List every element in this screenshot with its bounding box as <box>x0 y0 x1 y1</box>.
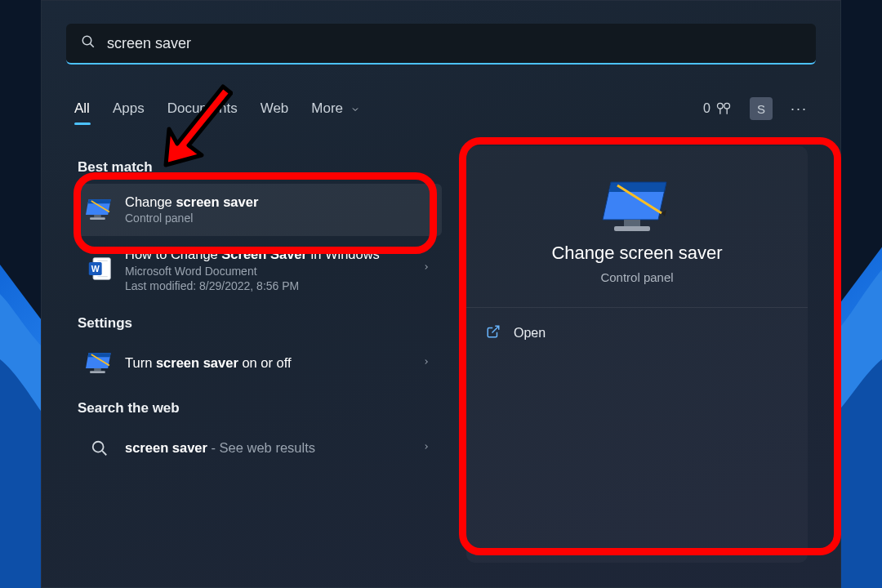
svg-rect-14 <box>90 371 105 373</box>
user-avatar[interactable]: S <box>750 97 773 120</box>
open-external-icon <box>486 324 501 342</box>
word-document-icon: W <box>86 255 114 283</box>
svg-rect-18 <box>624 220 640 226</box>
chevron-right-icon <box>422 356 430 371</box>
result-title: screen saver - See web results <box>125 439 411 457</box>
tab-more[interactable]: More <box>311 100 359 117</box>
tab-all[interactable]: All <box>74 100 90 117</box>
open-label: Open <box>514 326 546 341</box>
monitor-icon <box>601 177 673 236</box>
tab-apps[interactable]: Apps <box>113 100 145 117</box>
result-title: Turn screen saver on or off <box>125 354 411 372</box>
svg-point-16 <box>93 441 104 452</box>
preview-pane: Change screen saver Control panel Open <box>466 146 808 563</box>
preview-title: Change screen saver <box>551 243 722 264</box>
svg-text:W: W <box>91 264 100 274</box>
monitor-icon <box>86 350 114 377</box>
svg-point-0 <box>82 36 91 45</box>
result-web-search[interactable]: screen saver - See web results <box>74 425 442 472</box>
search-icon <box>86 434 114 462</box>
result-subtitle: Microsoft Word Document <box>125 264 411 279</box>
rewards-count: 0 <box>703 101 710 116</box>
search-tabs: All Apps Documents Web More 0 S ··· <box>74 92 808 125</box>
search-icon <box>81 34 96 52</box>
result-word-document[interactable]: W How to Change Screen Saver in Windows … <box>74 236 442 301</box>
search-bar[interactable] <box>66 24 816 65</box>
rewards-icon <box>715 100 732 117</box>
svg-rect-4 <box>94 215 101 217</box>
svg-rect-13 <box>94 368 101 371</box>
result-change-screen-saver[interactable]: Change screen saver Control panel <box>74 184 442 236</box>
svg-rect-19 <box>614 226 650 231</box>
result-turn-screen-saver[interactable]: Turn screen saver on or off <box>74 340 442 387</box>
section-best-match: Best match <box>78 159 442 176</box>
section-settings: Settings <box>78 315 442 332</box>
tab-more-label: More <box>311 100 343 116</box>
more-options-button[interactable]: ··· <box>791 100 808 118</box>
chevron-right-icon <box>422 261 430 276</box>
result-subtitle2: Last modified: 8/29/2022, 8:56 PM <box>125 279 411 292</box>
svg-point-3 <box>724 103 730 109</box>
rewards-counter[interactable]: 0 <box>703 100 732 117</box>
search-panel: All Apps Documents Web More 0 S ··· Best… <box>41 0 841 588</box>
open-action[interactable]: Open <box>466 308 808 359</box>
result-title: How to Change Screen Saver in Windows <box>125 246 411 263</box>
search-input[interactable] <box>107 35 801 52</box>
svg-point-2 <box>717 103 723 109</box>
svg-line-1 <box>91 44 94 47</box>
section-search-web: Search the web <box>78 400 442 416</box>
svg-line-21 <box>492 326 499 332</box>
tab-documents[interactable]: Documents <box>167 100 238 117</box>
preview-subtitle: Control panel <box>600 270 673 284</box>
monitor-icon <box>86 196 114 224</box>
result-subtitle: Control panel <box>125 211 430 226</box>
chevron-right-icon <box>422 441 430 456</box>
svg-line-17 <box>102 451 106 455</box>
results-column: Best match Change screen saver Control p… <box>74 146 442 472</box>
tab-web[interactable]: Web <box>261 100 289 117</box>
result-title: Change screen saver <box>125 194 430 211</box>
svg-rect-5 <box>90 218 105 220</box>
